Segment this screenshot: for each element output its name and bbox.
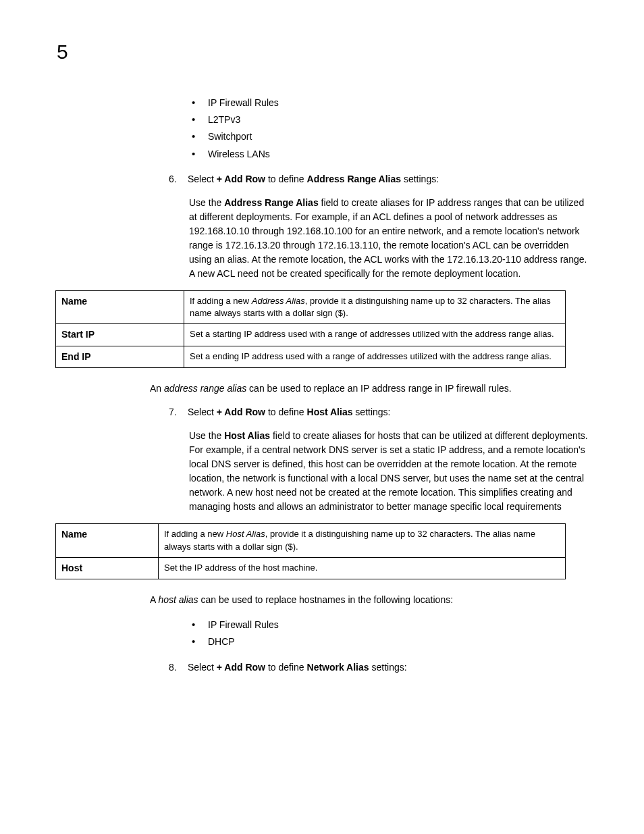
text: Select — [188, 174, 217, 184]
text: can be used to replace an IP address ran… — [246, 383, 512, 394]
text: A — [150, 594, 158, 605]
cell-label: End IP — [56, 346, 184, 368]
bullet-list-2: IP Firewall Rules DHCP — [190, 617, 589, 650]
text-italic: Address Alias — [252, 296, 305, 306]
text-bold: + Add Row — [217, 407, 265, 417]
cell-desc: Set a starting IP address used with a ra… — [184, 324, 566, 346]
text: settings: — [401, 174, 439, 184]
text: Use the — [189, 430, 224, 441]
list-item: IP Firewall Rules — [190, 617, 589, 633]
table-row: Name If adding a new Host Alias, provide… — [56, 524, 566, 557]
step-7: 7. Select + Add Row to define Host Alias… — [169, 405, 589, 419]
bullet-list-1: IP Firewall Rules L2TPv3 Switchport Wire… — [190, 95, 589, 163]
text: Select — [188, 407, 217, 417]
list-item: L2TPv3 — [190, 111, 589, 128]
text-bold: Network Alias — [307, 662, 369, 673]
list-item: DHCP — [190, 633, 589, 650]
list-item: Wireless LANs — [190, 146, 589, 163]
step-number: 7. — [169, 405, 185, 419]
step-6: 6. Select + Add Row to define Address Ra… — [169, 172, 589, 186]
text-italic: address range alias — [164, 383, 246, 394]
cell-desc: Set the IP address of the host machine. — [159, 557, 566, 579]
step-text: Select + Add Row to define Address Range… — [188, 172, 439, 186]
host-alias-table: Name If adding a new Host Alias, provide… — [55, 523, 566, 579]
text: to define — [265, 662, 307, 673]
table-row: End IP Set a ending IP address used with… — [56, 346, 566, 368]
text: Select — [188, 662, 217, 673]
text-bold: + Add Row — [217, 662, 265, 673]
step-text: Select + Add Row to define Network Alias… — [188, 660, 407, 675]
cell-label: Name — [56, 524, 159, 557]
cell-label: Start IP — [56, 324, 184, 346]
text-bold: Host Alias — [224, 430, 270, 441]
text: field to create aliases for IP address r… — [189, 197, 587, 279]
page-content: IP Firewall Rules L2TPv3 Switchport Wire… — [55, 95, 589, 675]
text: An — [150, 383, 164, 394]
text: to define — [265, 174, 307, 184]
paragraph-after-table2: A host alias can be used to replace host… — [150, 593, 589, 607]
cell-desc: Set a ending IP address used with a rang… — [184, 346, 566, 368]
list-item: IP Firewall Rules — [190, 95, 589, 111]
cell-desc: If adding a new Host Alias, provide it a… — [159, 524, 566, 557]
paragraph-step6: Use the Address Range Alias field to cre… — [189, 196, 589, 281]
text: field to create aliases for hosts that c… — [189, 430, 588, 512]
text-italic: host alias — [158, 594, 198, 605]
cell-label: Name — [56, 290, 184, 323]
text: Set a starting IP address used with a ra… — [190, 329, 554, 339]
text: settings: — [369, 662, 407, 673]
text: Set a ending IP address used with a rang… — [190, 351, 552, 361]
step-text: Select + Add Row to define Host Alias se… — [188, 405, 391, 419]
text: settings: — [352, 407, 390, 417]
text: Use the — [189, 197, 224, 208]
text-bold: Address Range Alias — [307, 174, 402, 184]
table-row: Name If adding a new Address Alias, prov… — [56, 290, 566, 323]
text: If adding a new — [190, 296, 252, 306]
chapter-number: 5 — [57, 41, 68, 63]
paragraph-after-table1: An address range alias can be used to re… — [150, 382, 589, 396]
text-bold: + Add Row — [217, 174, 265, 184]
text: If adding a new — [164, 529, 226, 539]
step-number: 6. — [169, 172, 185, 186]
cell-desc: If adding a new Address Alias, provide i… — [184, 290, 566, 323]
cell-label: Host — [56, 557, 159, 579]
table-row: Host Set the IP address of the host mach… — [56, 557, 566, 579]
text: to define — [265, 407, 307, 417]
table-row: Start IP Set a starting IP address used … — [56, 324, 566, 346]
text: Set the IP address of the host machine. — [164, 563, 317, 573]
text: can be used to replace hostnames in the … — [198, 594, 453, 605]
list-item: Switchport — [190, 128, 589, 145]
text-bold: Host Alias — [307, 407, 353, 417]
address-range-alias-table: Name If adding a new Address Alias, prov… — [55, 290, 566, 369]
text-italic: Host Alias — [226, 529, 265, 539]
step-number: 8. — [169, 660, 185, 675]
paragraph-step7: Use the Host Alias field to create alias… — [189, 429, 589, 514]
text-bold: Address Range Alias — [224, 197, 319, 208]
step-8: 8. Select + Add Row to define Network Al… — [169, 660, 589, 675]
